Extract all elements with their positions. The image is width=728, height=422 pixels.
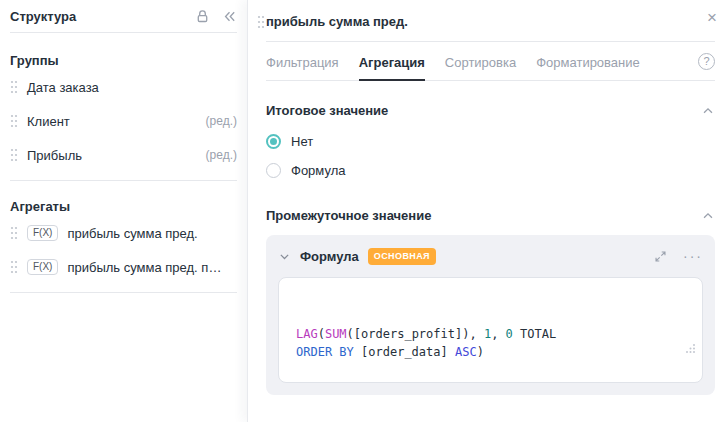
resize-handle-icon[interactable] [627,323,696,377]
field-settings-header: прибыль сумма пред. × [266,0,715,42]
code-token: SUM [325,327,347,341]
field-settings-panel: прибыль сумма пред. × Фильтрация Агрегац… [247,0,728,422]
code-token: ( [318,327,325,341]
formula-card-title: Формула [300,249,359,264]
formula-field-badge: F(X) [27,259,58,275]
drag-handle-icon[interactable] [257,15,265,32]
chevron-up-icon[interactable] [701,209,715,223]
drag-handle-icon[interactable] [10,226,18,240]
divider [10,180,237,181]
group-item-client[interactable]: Клиент (ред.) [0,104,247,138]
total-option-none[interactable]: Нет [266,134,710,149]
edited-tag: (ред.) [206,114,237,128]
settings-tabs: Фильтрация Агрегация Сортировка Форматир… [266,42,715,81]
groups-header: Группы [10,53,237,68]
code-token: , [491,327,505,341]
formula-card: Формула ОСНОВНАЯ ··· LAG(SUM([orders_pro… [266,235,715,395]
group-item-order-date[interactable]: Дата заказа [0,70,247,104]
code-token: BY [339,345,353,359]
tab-filtering[interactable]: Фильтрация [266,42,339,81]
divider [10,32,237,33]
tab-formatting[interactable]: Форматирование [536,42,640,81]
code-token: ) [477,345,484,359]
drag-handle-icon[interactable] [10,114,18,128]
code-token: ASC [455,345,477,359]
chevron-up-icon[interactable] [701,104,715,118]
code-token: [order_data] [354,345,455,359]
radio-selected-icon[interactable] [266,134,281,149]
help-icon[interactable]: ? [698,53,715,70]
aggregate-item-label: прибыль сумма пред. [67,226,197,241]
radio-label: Формула [291,163,345,178]
structure-panel-header: Структура [0,0,247,32]
collapse-panel-icon[interactable] [222,9,237,24]
code-token: 0 [506,327,513,341]
drag-handle-icon[interactable] [10,260,18,274]
code-token: ORDER [296,345,332,359]
close-icon[interactable]: × [707,9,717,26]
aggregate-item[interactable]: F(X) прибыль сумма пред. п… [0,250,247,284]
radio-label: Нет [291,134,313,149]
lock-icon[interactable] [195,9,210,24]
intermediate-value-title: Промежуточное значение [266,208,431,223]
group-item-profit[interactable]: Прибыль (ред.) [0,138,247,172]
total-option-formula[interactable]: Формула [266,163,710,178]
main-formula-badge: ОСНОВНАЯ [368,248,436,265]
code-token: TOTAL [513,327,556,341]
code-token: LAG [296,327,318,341]
tab-sorting[interactable]: Сортировка [445,42,516,81]
expand-icon[interactable] [654,250,667,263]
total-value-section-header: Итоговое значение [266,103,715,118]
radio-unselected-icon[interactable] [266,163,281,178]
total-value-title: Итоговое значение [266,103,388,118]
field-title: прибыль сумма пред. [266,14,408,29]
tab-aggregation[interactable]: Агрегация [359,42,425,81]
aggregates-header: Агрегаты [10,199,237,214]
formula-field-badge: F(X) [27,225,58,241]
group-item-label: Дата заказа [27,80,99,95]
group-item-label: Клиент [27,114,70,129]
formula-card-header: Формула ОСНОВНАЯ ··· [278,242,703,270]
structure-panel-title: Структура [10,9,183,24]
chevron-down-icon[interactable] [278,250,291,263]
drag-handle-icon[interactable] [10,148,18,162]
formula-code-editor[interactable]: LAG(SUM([orders_profit]), 1, 0 TOTALORDE… [278,277,703,383]
aggregate-item[interactable]: F(X) прибыль сумма пред. [0,216,247,250]
more-menu-icon[interactable]: ··· [683,252,703,260]
code-token: ([orders_profit]) [347,327,470,341]
structure-panel: Структура Группы Дата заказа Клиент (ред… [0,0,247,422]
code-token: , [469,327,483,341]
intermediate-value-section-header: Промежуточное значение [266,208,715,223]
drag-handle-icon[interactable] [10,80,18,94]
group-item-label: Прибыль [27,148,82,163]
aggregate-item-label: прибыль сумма пред. п… [67,260,221,275]
divider [10,292,237,293]
edited-tag: (ред.) [206,148,237,162]
